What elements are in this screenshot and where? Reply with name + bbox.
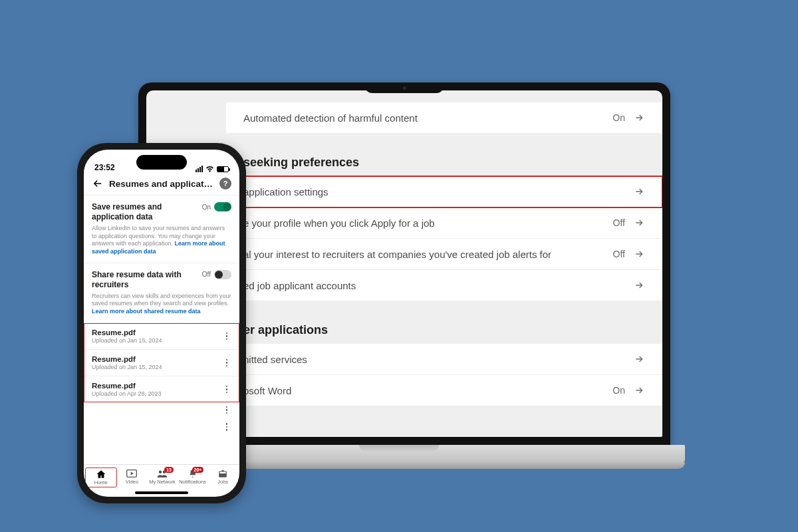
resume-file-item[interactable]: Resume.pdf Uploaded on Apr 28, 2023 [84,376,239,402]
laptop-camera [403,86,406,90]
settings-row-signal-interest[interactable]: al your interest to recruiters at compan… [226,239,662,270]
bottom-tabbar: Home Video 13 My Network 20+ Notificatio… [84,464,239,489]
block-description: Allow LinkedIn to save your resumes and … [92,225,231,256]
file-date: Uploaded on Apr 28, 2023 [92,390,162,397]
file-name: Resume.pdf [92,329,162,336]
settings-row-permitted-services[interactable]: nitted services [226,344,662,375]
row-label: ed job applicant accounts [243,280,356,291]
page-title: Resumes and application... [109,179,214,189]
arrow-right-icon [633,248,645,260]
back-arrow-icon[interactable] [92,178,104,190]
file-name: Resume.pdf [92,382,162,390]
tab-label: My Network [149,479,176,485]
badge-count: 13 [164,467,174,473]
wifi-icon [205,166,214,172]
row-value: On [612,112,625,123]
status-time: 23:52 [94,163,115,172]
phone-frame: 23:52 Resumes and application... ? Save … [77,143,246,503]
resume-file-item[interactable]: Resume.pdf Uploaded on Jan 15, 2024 [84,323,239,350]
setting-block-save-resumes: Save resumes and application data On All… [84,196,239,263]
extra-actions [84,402,239,431]
screen-header: Resumes and application... ? [84,174,239,196]
home-icon [95,469,107,479]
block-title: Save resumes and application data [92,202,198,222]
row-label: e your profile when you click Apply for … [243,217,435,229]
tab-label: Video [126,479,138,485]
tab-label: Notifications [179,479,206,485]
block-description: Recruiters can view skills and experienc… [92,293,231,316]
learn-more-link[interactable]: Learn more about shared resume data [92,308,201,315]
row-value: Off [613,217,625,228]
home-indicator[interactable] [135,491,188,494]
block-title: Share resume data with recruiters [92,270,198,290]
toggle-save-resumes[interactable] [214,202,231,211]
settings-row-share-profile[interactable]: e your profile when you click Apply for … [226,207,662,239]
settings-row-application-settings[interactable]: application settings [226,176,662,207]
row-label: application settings [243,186,329,198]
row-label: osoft Word [243,385,291,396]
tab-notifications[interactable]: 20+ Notifications [178,467,208,487]
phone-screen: 23:52 Resumes and application... ? Save … [84,150,239,497]
briefcase-icon [217,469,229,478]
tab-label: Home [94,479,108,485]
more-icon[interactable] [222,386,231,394]
dynamic-island [136,155,187,170]
settings-row-applicant-accounts[interactable]: ed job applicant accounts [226,270,662,301]
more-icon[interactable] [222,406,231,414]
tab-jobs[interactable]: Jobs [207,467,238,487]
toggle-label: On [202,203,211,211]
toggle-label: Off [202,271,211,278]
file-date: Uploaded on Jan 15, 2024 [92,364,162,370]
row-value: Off [613,249,625,259]
row-label: nitted services [243,354,307,365]
resume-file-item[interactable]: Resume.pdf Uploaded on Jan 15, 2024 [84,350,239,376]
arrow-right-icon [633,279,645,291]
help-icon[interactable]: ? [219,178,231,190]
arrow-right-icon [633,353,645,365]
tab-video[interactable]: Video [117,467,148,487]
setting-block-share-resume: Share resume data with recruiters Off Re… [84,263,239,323]
tab-my-network[interactable]: 13 My Network [147,467,178,487]
laptop-thumb-notch [359,445,439,452]
battery-icon [217,166,229,172]
file-date: Uploaded on Jan 15, 2024 [92,337,162,344]
settings-row-harmful-content[interactable]: Automated detection of harmful content O… [226,102,662,133]
resume-file-list: Resume.pdf Uploaded on Jan 15, 2024 Resu… [84,323,239,402]
toggle-share-resume[interactable] [214,270,231,279]
row-label: al your interest to recruiters at compan… [243,249,551,260]
arrow-right-icon [633,112,645,124]
arrow-right-icon [633,186,645,198]
signal-icon [196,166,203,172]
tab-home[interactable]: Home [85,467,117,487]
more-icon[interactable] [222,359,231,367]
section-title-other-applications: er applications [226,314,662,344]
video-icon [126,469,138,478]
more-icon[interactable] [222,332,231,340]
section-title-seeking-preferences: seeking preferences [226,146,662,176]
svg-point-1 [159,471,162,474]
settings-row-microsoft-word[interactable]: osoft Word On [226,375,662,406]
row-label: Automated detection of harmful content [243,112,418,124]
tab-label: Jobs [217,479,228,485]
desc-text: Recruiters can view skills and experienc… [92,293,231,307]
arrow-right-icon [633,384,645,396]
arrow-right-icon [633,217,645,229]
badge-count: 20+ [192,467,204,473]
file-name: Resume.pdf [92,355,162,363]
row-value: On [612,385,625,396]
more-icon[interactable] [222,423,231,431]
